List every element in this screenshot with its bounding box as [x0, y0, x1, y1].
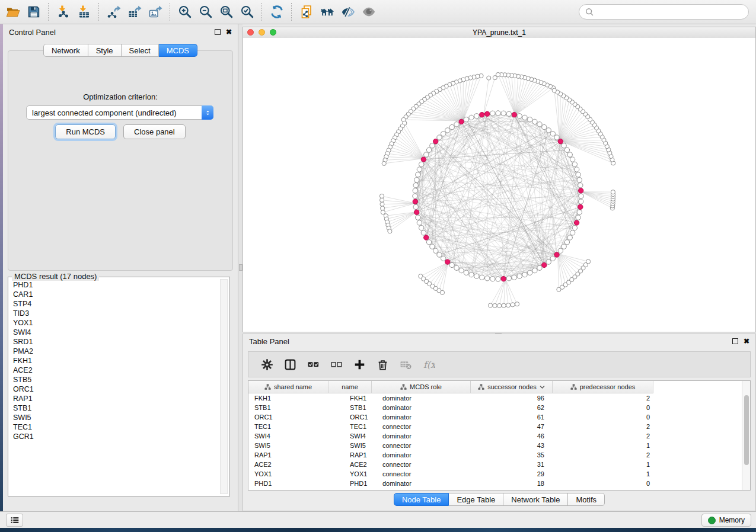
float-table-panel-icon[interactable] — [732, 338, 738, 344]
search-input[interactable] — [594, 7, 743, 17]
table-row[interactable]: SWI5SWI5connector431 — [248, 441, 750, 450]
zoom-in-icon — [178, 5, 192, 19]
save-button[interactable] — [23, 2, 44, 22]
import-network-button[interactable] — [53, 2, 74, 22]
mcds-result-item[interactable]: YOX1 — [11, 318, 219, 328]
split-divider-vertical[interactable] — [238, 24, 243, 511]
minimize-window-icon[interactable] — [259, 29, 265, 36]
table-row[interactable]: SWI4SWI4dominator462 — [248, 431, 750, 441]
column-header-mcds-role[interactable]: MCDS role — [372, 381, 471, 393]
mcds-result-item[interactable]: PHD1 — [11, 280, 219, 290]
delete-row-button[interactable] — [371, 355, 394, 374]
mcds-result-item[interactable]: TEC1 — [11, 422, 219, 432]
table-cell: PHD1 — [328, 480, 372, 487]
select-all-icon — [307, 358, 320, 371]
mcds-result-item[interactable]: FKH1 — [11, 356, 219, 366]
mcds-result-item[interactable]: STB5 — [11, 375, 219, 384]
column-header-successor-nodes[interactable]: successor nodes — [471, 381, 553, 393]
table-cell: FKH1 — [248, 395, 328, 402]
close-panel-button[interactable]: Close panel — [123, 124, 186, 139]
export-table-button[interactable] — [124, 2, 145, 22]
mcds-panel-card: Optimization criterion: largest connecte… — [8, 50, 233, 271]
column-header-predecessor-nodes[interactable]: predecessor nodes — [553, 381, 653, 393]
add-row-button[interactable] — [348, 355, 371, 374]
zoom-in-button[interactable] — [174, 2, 195, 22]
column-header-shared-name[interactable]: shared name — [248, 381, 328, 393]
tab-network-table[interactable]: Network Table — [503, 493, 568, 506]
table-row[interactable]: STB1STB1dominator620 — [248, 403, 750, 412]
table-cell: RAP1 — [248, 451, 328, 459]
mcds-result-list[interactable]: PHD1CAR1STP4TID3YOX1SWI4SRD1PMA2FKH1ACE2… — [11, 280, 219, 493]
table-cell: 2 — [553, 451, 653, 459]
mcds-result-item[interactable]: ACE2 — [11, 366, 219, 375]
export-network-button[interactable] — [103, 2, 124, 22]
export-image-button[interactable] — [145, 2, 165, 22]
table-row[interactable]: FKH1FKH1dominator962 — [248, 393, 750, 403]
mcds-result-item[interactable]: SWI4 — [11, 328, 219, 337]
mcds-result-item[interactable]: TID3 — [11, 309, 219, 318]
column-view-button[interactable] — [279, 355, 302, 374]
settings-button[interactable] — [256, 355, 279, 374]
table-cell: dominator — [372, 404, 471, 411]
table-row[interactable]: ORC1ORC1dominator610 — [248, 412, 750, 422]
float-panel-icon[interactable] — [215, 29, 221, 35]
toolbar-icon-groups — [2, 2, 379, 22]
table-cell: 43 — [471, 442, 553, 449]
close-table-panel-icon[interactable]: ✖ — [744, 338, 749, 345]
table-scrollbar[interactable] — [742, 381, 750, 490]
panel-toggle-button[interactable] — [6, 514, 23, 527]
table-row[interactable]: RAP1RAP1dominator352 — [248, 450, 750, 460]
tab-mcds[interactable]: MCDS — [159, 44, 197, 57]
tab-node-table[interactable]: Node Table — [394, 493, 449, 506]
show-all-button[interactable] — [358, 2, 379, 22]
mcds-result-item[interactable]: CAR1 — [11, 290, 219, 299]
close-window-icon[interactable] — [247, 29, 254, 36]
memory-status-icon — [708, 517, 716, 524]
mcds-result-item[interactable]: RAP1 — [11, 394, 219, 403]
refresh-button[interactable] — [266, 2, 287, 22]
mcds-list-scrollbar[interactable] — [220, 279, 228, 494]
svg-text:f(x): f(x) — [423, 358, 435, 370]
zoom-out-button[interactable] — [195, 2, 216, 22]
first-neighbors-button[interactable] — [317, 2, 337, 22]
tab-edge-table[interactable]: Edge Table — [449, 493, 503, 506]
table-row[interactable]: TEC1TEC1connector472 — [248, 422, 750, 431]
import-table-button[interactable] — [74, 2, 94, 22]
table-cell: 35 — [471, 451, 553, 459]
tab-style[interactable]: Style — [88, 44, 122, 57]
close-panel-icon[interactable]: ✖ — [226, 28, 232, 36]
tab-motifs[interactable]: Motifs — [568, 493, 605, 506]
mcds-result-item[interactable]: ORC1 — [11, 384, 219, 394]
table-row[interactable]: YOX1YOX1connector291 — [248, 469, 750, 479]
network-window-titlebar[interactable]: YPA_prune.txt_1 — [243, 27, 755, 39]
new-network-from-selection-button[interactable] — [296, 2, 317, 22]
mcds-result-item[interactable]: SWI5 — [11, 413, 219, 422]
zoom-window-icon[interactable] — [270, 29, 276, 36]
mcds-result-item[interactable]: GCR1 — [11, 432, 219, 441]
table-row[interactable]: PHD1PHD1dominator180 — [248, 479, 750, 488]
search-box[interactable] — [579, 4, 749, 20]
select-all-button[interactable] — [302, 355, 325, 374]
criterion-dropdown[interactable]: largest connected component (undirected) — [26, 105, 213, 120]
mcds-result-item[interactable]: PMA2 — [11, 347, 219, 356]
open-button[interactable] — [2, 2, 23, 22]
column-header-name[interactable]: name — [328, 381, 372, 393]
table-cell: 2 — [553, 395, 653, 402]
tab-network[interactable]: Network — [43, 44, 88, 57]
network-canvas[interactable] — [243, 38, 755, 332]
network-graph[interactable] — [243, 38, 755, 332]
table-row[interactable]: ACE2ACE2connector311 — [248, 460, 750, 469]
zoom-fit-button[interactable] — [216, 2, 237, 22]
deselect-all-button[interactable] — [325, 355, 348, 374]
hide-selected-button[interactable] — [337, 2, 358, 22]
mcds-result-item[interactable]: STP4 — [11, 299, 219, 309]
zoom-selected-button[interactable] — [237, 2, 257, 22]
mcds-result-item[interactable]: SRD1 — [11, 337, 219, 347]
tab-select[interactable]: Select — [122, 44, 159, 57]
delete-table-button — [394, 355, 417, 374]
mcds-result-item[interactable]: STB1 — [11, 403, 219, 413]
table-scrollbar-thumb[interactable] — [744, 395, 749, 465]
run-mcds-button[interactable]: Run MCDS — [55, 124, 116, 139]
import-table-icon — [77, 5, 91, 19]
memory-button[interactable]: Memory — [701, 514, 751, 527]
